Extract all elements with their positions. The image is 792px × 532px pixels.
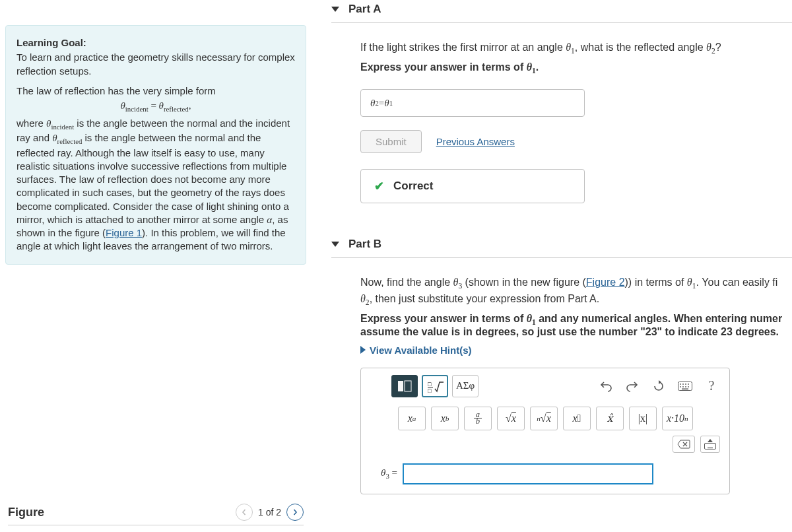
svg-point-8 <box>685 383 686 385</box>
template-icon <box>397 380 412 392</box>
keyboard-toggle-button[interactable] <box>700 436 720 453</box>
part-b-header[interactable]: Part B <box>331 235 792 258</box>
learning-goal-text: To learn and practice the geometry skill… <box>16 51 295 78</box>
fraction-root-icon: □□ <box>426 380 444 393</box>
unit-vector-button[interactable]: x̂ <box>596 407 624 430</box>
correct-label: Correct <box>393 180 433 193</box>
answer-input-row: θ3 = <box>361 459 729 494</box>
sci-notation-button[interactable]: x·10n <box>662 407 693 430</box>
submit-button[interactable]: Submit <box>360 130 422 153</box>
sqrt-button[interactable]: √x <box>497 407 525 430</box>
template-picker-button[interactable] <box>391 375 418 397</box>
svg-point-9 <box>688 383 689 385</box>
reset-icon <box>653 380 665 392</box>
part-a-header[interactable]: Part A <box>331 0 792 23</box>
part-b-question-line1: Now, find the angle θ3 (shown in the new… <box>360 277 792 290</box>
figure-next-button[interactable] <box>286 504 304 521</box>
chevron-right-icon <box>292 509 298 515</box>
law-intro: The law of reflection has the very simpl… <box>16 84 295 98</box>
svg-rect-14 <box>682 388 688 389</box>
undo-button[interactable] <box>595 375 617 397</box>
figure-area: Figure 1 of 2 <box>5 504 306 525</box>
equation-editor: □□ ΑΣφ ? xa xb <box>360 368 730 494</box>
part-b-question-line2: θ2, then just substitute your expression… <box>360 293 792 306</box>
reset-button[interactable] <box>647 375 670 397</box>
svg-text:□: □ <box>428 387 432 393</box>
keyboard-icon <box>678 382 692 391</box>
nth-root-button[interactable]: n√x <box>530 407 558 430</box>
figure-divider <box>8 525 304 525</box>
greek-letters-button[interactable]: ΑΣφ <box>452 375 478 397</box>
svg-rect-16 <box>708 448 713 448</box>
part-a-answer-display: θ2 = θ1 <box>360 89 585 117</box>
chevron-left-icon <box>241 509 248 515</box>
caret-up-icon <box>708 439 713 442</box>
part-a-question: If the light strikes the first mirror at… <box>360 42 792 55</box>
superscript-button[interactable]: xa <box>398 407 426 430</box>
left-panel: Learning Goal: To learn and practice the… <box>0 0 312 532</box>
part-b-answer-input[interactable] <box>403 463 653 484</box>
svg-point-6 <box>680 383 681 385</box>
backspace-icon <box>677 440 690 449</box>
check-icon: ✔ <box>374 179 384 193</box>
svg-rect-1 <box>405 381 411 391</box>
learning-goal-box: Learning Goal: To learn and practice the… <box>5 25 306 265</box>
fraction-root-button[interactable]: □□ <box>422 375 448 397</box>
previous-answers-link[interactable]: Previous Answers <box>436 136 515 147</box>
law-body: where θincident is the angle between the… <box>16 117 295 253</box>
keyboard-small-icon <box>704 443 716 449</box>
figure-title: Figure <box>8 506 44 519</box>
part-a-title: Part A <box>348 3 381 16</box>
caret-down-icon <box>331 7 339 12</box>
svg-point-12 <box>685 386 686 387</box>
svg-rect-0 <box>398 381 403 391</box>
svg-point-13 <box>688 386 689 387</box>
caret-down-icon <box>331 242 339 247</box>
part-a-instructions: Express your answer in terms of θ1. <box>360 61 792 75</box>
figure-2-link[interactable]: Figure 2 <box>586 277 625 288</box>
view-hints-toggle[interactable]: View Available Hint(s) <box>360 345 792 356</box>
undo-icon <box>600 380 612 392</box>
svg-point-10 <box>680 386 681 387</box>
figure-1-link[interactable]: Figure 1 <box>106 227 142 238</box>
vector-button[interactable]: x⃗ <box>563 407 591 430</box>
figure-prev-button[interactable] <box>236 504 253 521</box>
svg-point-11 <box>682 386 684 387</box>
svg-point-7 <box>682 383 684 385</box>
right-panel: Part A If the light strikes the first mi… <box>312 0 792 532</box>
redo-icon <box>626 380 638 392</box>
fraction-button[interactable]: ab <box>464 407 492 430</box>
learning-goal-title: Learning Goal: <box>16 36 295 50</box>
abs-button[interactable]: |x| <box>629 407 657 430</box>
redo-button[interactable] <box>621 375 644 397</box>
law-equation: θincident = θreflected, <box>16 99 295 114</box>
figure-page-indicator: 1 of 2 <box>258 507 281 517</box>
part-b-instructions: Express your answer in terms of θ1 and a… <box>360 313 792 338</box>
part-b-body: Now, find the angle θ3 (shown in the new… <box>331 258 792 502</box>
part-b-title: Part B <box>348 238 381 251</box>
figure-pager: 1 of 2 <box>236 504 304 521</box>
part-a-body: If the light strikes the first mirror at… <box>331 23 792 211</box>
keyboard-button[interactable] <box>674 375 696 397</box>
answer-label: θ3 = <box>381 467 397 480</box>
correct-feedback: ✔ Correct <box>360 169 585 203</box>
help-button[interactable]: ? <box>700 375 723 397</box>
svg-text:□: □ <box>428 381 432 387</box>
triangle-right-icon <box>360 346 366 354</box>
subscript-button[interactable]: xb <box>431 407 459 430</box>
backspace-button[interactable] <box>673 436 695 453</box>
